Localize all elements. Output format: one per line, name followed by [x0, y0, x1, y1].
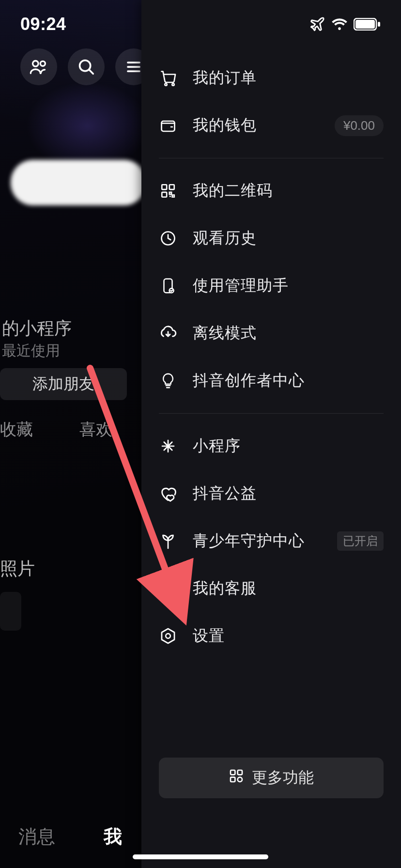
- youth-guard-badge: 已开启: [337, 531, 384, 551]
- menu-charity-label: 抖音公益: [193, 483, 384, 504]
- status-time: 09:24: [20, 14, 66, 34]
- status-bar: 09:24: [0, 0, 401, 48]
- bg-tab-likes[interactable]: 喜欢: [79, 418, 112, 441]
- menu-qrcode-label: 我的二维码: [193, 180, 384, 202]
- svg-point-6: [165, 83, 167, 86]
- menu-orders-label: 我的订单: [193, 67, 384, 89]
- svg-rect-18: [231, 770, 235, 775]
- airplane-mode-icon: [309, 16, 325, 32]
- search-icon[interactable]: [68, 48, 105, 85]
- add-friends-icon[interactable]: [20, 48, 57, 85]
- menu-miniprogram[interactable]: 小程序: [141, 422, 401, 470]
- menu-settings-label: 设置: [193, 625, 384, 647]
- svg-rect-2: [378, 22, 380, 27]
- seedling-icon: [159, 532, 177, 550]
- divider: [159, 158, 384, 158]
- tab-messages[interactable]: 消息: [18, 824, 55, 849]
- svg-rect-15: [162, 589, 165, 594]
- svg-point-21: [238, 777, 242, 782]
- svg-point-3: [33, 61, 39, 67]
- svg-point-17: [166, 634, 170, 638]
- svg-rect-11: [162, 192, 167, 197]
- menu-settings[interactable]: 设置: [141, 612, 401, 660]
- bg-miniprog-title: 的小程序: [0, 317, 72, 341]
- svg-rect-20: [231, 777, 235, 782]
- menu-orders[interactable]: 我的订单: [141, 54, 401, 102]
- bg-photo-title: 照片: [0, 557, 35, 581]
- menu-youth-guard[interactable]: 青少年守护中心 已开启: [141, 517, 401, 565]
- svg-rect-16: [172, 589, 175, 594]
- svg-point-4: [40, 61, 45, 66]
- phone-check-icon: [159, 277, 177, 295]
- menu-offline[interactable]: 离线模式: [141, 310, 401, 357]
- svg-rect-19: [238, 770, 242, 775]
- headset-icon: [159, 579, 177, 598]
- profile-top-icons: [20, 48, 152, 85]
- cart-icon: [159, 69, 177, 87]
- grid-icon: [229, 768, 244, 788]
- lightbulb-icon: [159, 372, 177, 390]
- menu-history[interactable]: 观看历史: [141, 215, 401, 262]
- wifi-icon: [331, 17, 348, 31]
- add-friend-button[interactable]: 添加朋友: [0, 368, 127, 400]
- battery-icon: [354, 18, 381, 31]
- home-indicator[interactable]: [133, 854, 268, 859]
- heart-icon: [159, 484, 177, 503]
- menu-history-label: 观看历史: [193, 228, 384, 249]
- settings-icon: [159, 627, 177, 645]
- status-icons: [309, 16, 381, 32]
- menu-usage-assistant-label: 使用管理助手: [193, 275, 384, 296]
- bg-tab-favorites[interactable]: 收藏: [0, 418, 33, 441]
- menu-creator-center-label: 抖音创作者中心: [193, 370, 384, 391]
- sparkle-icon: [159, 437, 177, 455]
- menu-charity[interactable]: 抖音公益: [141, 470, 401, 517]
- menu-customer-service-label: 我的客服: [193, 578, 384, 599]
- menu-creator-center[interactable]: 抖音创作者中心: [141, 357, 401, 404]
- more-features-button[interactable]: 更多功能: [159, 758, 384, 798]
- menu-miniprogram-label: 小程序: [193, 435, 384, 457]
- menu-wallet-label: 我的钱包: [193, 115, 319, 136]
- more-features-label: 更多功能: [252, 767, 314, 789]
- svg-rect-1: [355, 20, 375, 29]
- redacted-username: [11, 160, 146, 205]
- divider: [159, 413, 384, 414]
- tab-me[interactable]: 我: [104, 824, 122, 849]
- menu-offline-label: 离线模式: [193, 323, 384, 344]
- menu-usage-assistant[interactable]: 使用管理助手: [141, 262, 401, 310]
- svg-point-7: [172, 83, 174, 86]
- svg-rect-10: [170, 185, 174, 189]
- svg-rect-8: [162, 121, 175, 131]
- side-menu-panel: 我的订单 我的钱包 ¥0.00 我的二维码 观看历史 使用管理助手 离线模式: [141, 0, 401, 868]
- menu-wallet[interactable]: 我的钱包 ¥0.00: [141, 102, 401, 149]
- add-friend-label: 添加朋友: [32, 373, 94, 395]
- menu-customer-service[interactable]: 我的客服: [141, 565, 401, 612]
- menu-youth-guard-label: 青少年守护中心: [193, 530, 322, 552]
- clock-icon: [159, 229, 177, 248]
- bg-photo-thumbnail[interactable]: [0, 592, 21, 631]
- bg-miniprog-sub: 最近使用: [0, 341, 60, 361]
- menu-qrcode[interactable]: 我的二维码: [141, 167, 401, 215]
- qrcode-icon: [159, 182, 177, 200]
- wallet-icon: [159, 116, 177, 135]
- cloud-download-icon: [159, 324, 177, 342]
- wallet-amount-badge: ¥0.00: [335, 115, 384, 136]
- svg-rect-9: [162, 185, 167, 189]
